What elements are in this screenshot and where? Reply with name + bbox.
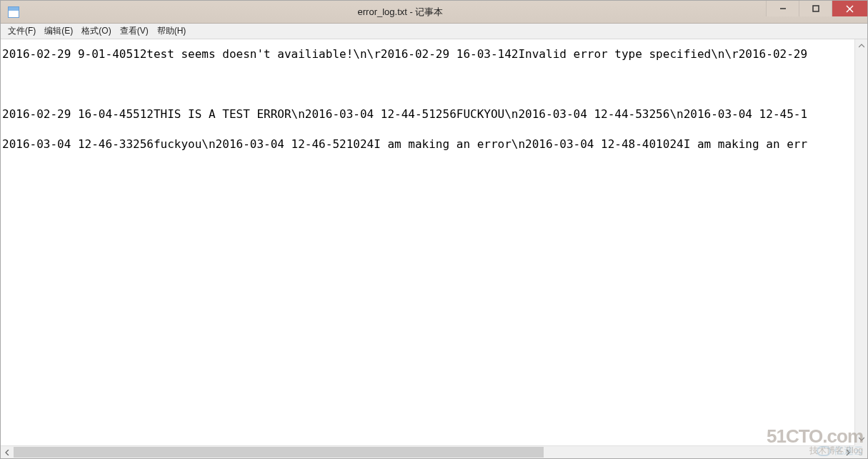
text-line: 2016-02-29 9-01-40512test seems doesn't … [2, 47, 814, 61]
window-controls [766, 1, 867, 18]
close-button[interactable] [832, 1, 867, 16]
menu-help[interactable]: 帮助(H) [153, 24, 191, 39]
scroll-left-icon[interactable] [1, 446, 14, 458]
text-editor[interactable]: 2016-02-29 9-01-40512test seems doesn't … [1, 39, 854, 445]
window-title: error_log.txt - 记事本 [0, 6, 867, 19]
minimize-button[interactable] [766, 1, 799, 16]
scroll-thumb-horizontal[interactable] [14, 447, 544, 458]
scroll-track-horizontal[interactable] [14, 446, 842, 458]
menu-view[interactable]: 查看(V) [116, 24, 153, 39]
notepad-window: error_log.txt - 记事本 文件(F) 编辑(E) 格式(O) 查看… [0, 0, 868, 459]
content-area: 2016-02-29 9-01-40512test seems doesn't … [1, 39, 867, 458]
maximize-button[interactable] [799, 1, 832, 16]
vertical-scrollbar[interactable] [854, 39, 867, 445]
scroll-corner [854, 445, 867, 458]
menu-file[interactable]: 文件(F) [4, 24, 40, 39]
scroll-up-icon[interactable] [855, 39, 867, 52]
text-line: 2016-02-29 16-04-45512THIS IS A TEST ERR… [2, 107, 807, 121]
menubar: 文件(F) 编辑(E) 格式(O) 查看(V) 帮助(H) [1, 24, 867, 39]
scroll-track-vertical[interactable] [855, 52, 867, 433]
svg-rect-1 [813, 6, 819, 11]
text-line: 2016-03-04 12-46-33256fuckyou\n2016-03-0… [2, 137, 807, 151]
horizontal-scrollbar[interactable] [1, 445, 854, 458]
menu-edit[interactable]: 编辑(E) [40, 24, 77, 39]
scroll-down-icon[interactable] [855, 433, 867, 445]
scroll-right-icon[interactable] [842, 446, 854, 458]
titlebar[interactable]: error_log.txt - 记事本 [1, 1, 867, 24]
menu-format[interactable]: 格式(O) [77, 24, 115, 39]
